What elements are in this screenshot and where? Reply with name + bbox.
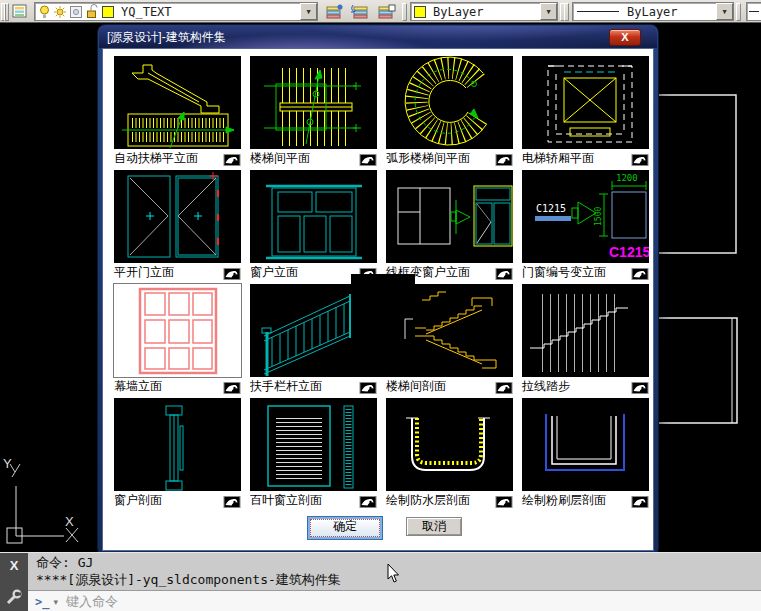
- wireframe-to-window-drawing: [385, 169, 514, 264]
- swing-door-elevation-drawing: [113, 169, 242, 264]
- close-icon[interactable]: X: [609, 29, 641, 46]
- tile-label: 窗户立面: [250, 264, 298, 281]
- dialog-title: [源泉设计]-建筑构件集: [107, 29, 226, 46]
- escalator-elevation-drawing: [113, 55, 242, 150]
- tile-window-section[interactable]: 窗户剖面: [113, 397, 242, 508]
- louver-window-section-drawing: [249, 397, 378, 492]
- tile-window-elevation[interactable]: 窗户立面: [249, 169, 378, 280]
- customize-wrench-icon[interactable]: [5, 589, 23, 607]
- window-code-badge: C1215: [609, 244, 649, 260]
- cancel-button-label: 取消: [422, 519, 446, 533]
- ucs-x-label: X: [65, 514, 74, 529]
- layer-previous-icon: [350, 3, 370, 20]
- color-combo-dropdown-icon[interactable]: ▼: [540, 3, 557, 20]
- command-close-icon[interactable]: X: [0, 558, 28, 573]
- tile-stair-plan[interactable]: 楼梯间平面: [249, 55, 378, 166]
- layer-on-bulb-icon[interactable]: [38, 5, 51, 19]
- linetype-sample-icon: [577, 11, 619, 12]
- tile-label: 门窗编号变立面: [522, 264, 606, 281]
- window-elevation-drawing: [249, 169, 378, 264]
- focus-ring: [310, 519, 380, 537]
- ucs-icon: Y X: [2, 450, 94, 548]
- toolbar-grip[interactable]: [736, 3, 741, 21]
- layer-previous-button[interactable]: [348, 1, 372, 21]
- tile-waterproof-layer-section[interactable]: 绘制防水层剖面: [385, 397, 514, 508]
- window-section-drawing: [113, 397, 242, 492]
- layer-thaw-sun-icon[interactable]: [53, 5, 67, 19]
- layer-states-button[interactable]: [374, 1, 398, 21]
- layers-toolbar: YQ_TEXT ▼: [0, 0, 761, 23]
- tile-elevator-car-plan[interactable]: 电梯轿厢平面: [521, 55, 650, 166]
- ucs-y-label: Y: [3, 456, 12, 471]
- tile-louver-window-section[interactable]: 百叶窗立剖面: [249, 397, 378, 508]
- tile-wireframe-to-window-elevation[interactable]: 线框变窗户立面: [385, 169, 514, 280]
- ok-button[interactable]: 确定: [308, 517, 382, 539]
- tile-escalator-elevation[interactable]: 自动扶梯平立面: [113, 55, 242, 166]
- tile-plaster-layer-section[interactable]: 绘制粉刷层剖面: [521, 397, 650, 508]
- layer-properties-button[interactable]: [9, 1, 31, 21]
- tile-label: 平开门立面: [114, 264, 174, 281]
- recent-commands-caret-icon[interactable]: ▾: [53, 597, 58, 607]
- layer-combo[interactable]: YQ_TEXT ▼: [34, 2, 318, 21]
- command-input-row[interactable]: >_ ▾ 键入命令: [28, 590, 761, 611]
- layer-vp-freeze-icon[interactable]: [69, 5, 83, 19]
- linetype-combo-value: ByLayer: [623, 5, 716, 19]
- dim-width-text: 1200: [616, 173, 638, 183]
- command-window-sidebar: X: [0, 553, 28, 611]
- command-window: X 命令: GJ ****[源泉设计]-yq_sldcomponents-建筑构…: [0, 552, 761, 611]
- layer-color-chip: [102, 6, 114, 18]
- dim-height-text: 1500: [594, 207, 603, 226]
- layer-combo-value: YQ_TEXT: [117, 5, 300, 19]
- slide-preview-icon: [631, 266, 649, 278]
- tile-label: 自动扶梯平立面: [114, 150, 198, 167]
- tile-label: 扶手栏杆立面: [250, 378, 322, 395]
- tile-curtain-wall-elevation[interactable]: 幕墙立面: [113, 283, 242, 394]
- tile-label: 百叶窗立剖面: [250, 492, 322, 509]
- slide-preview-icon: [223, 152, 241, 164]
- dialog-titlebar[interactable]: [源泉设计]-建筑构件集 X: [99, 26, 657, 48]
- curtain-wall-drawing: [113, 283, 242, 378]
- slide-preview-icon: [223, 266, 241, 278]
- lineweight-combo-partial[interactable]: [746, 2, 761, 21]
- tile-label: 绘制粉刷层剖面: [522, 492, 606, 509]
- drawing-remnant-bracket: [404, 318, 416, 340]
- linetype-combo[interactable]: ByLayer ▼: [572, 2, 734, 21]
- elevator-car-plan-drawing: [521, 55, 650, 150]
- mouse-cursor: [387, 564, 401, 584]
- tile-label: 拉线踏步: [522, 378, 570, 395]
- tile-label: 楼梯间剖面: [386, 378, 446, 395]
- pull-line-steps-drawing: [521, 283, 650, 378]
- curved-stair-plan-drawing: [385, 55, 514, 150]
- tile-label: 弧形楼梯间平面: [386, 150, 470, 167]
- slide-preview-icon: [495, 494, 513, 506]
- make-layer-current-icon: [324, 3, 344, 20]
- tile-label: 窗户剖面: [114, 492, 162, 509]
- slide-preview-icon: [223, 494, 241, 506]
- toolbar-grip[interactable]: [402, 3, 407, 21]
- layer-properties-icon: [11, 3, 29, 19]
- window-code-text: C1215: [536, 203, 566, 214]
- tile-pull-line-steps[interactable]: 拉线踏步: [521, 283, 650, 394]
- layer-combo-dropdown-icon[interactable]: ▼: [300, 3, 317, 20]
- slide-preview-icon: [631, 380, 649, 392]
- stair-plan-drawing: [249, 55, 378, 150]
- tile-door-window-numbering-elevation[interactable]: 1200 1500 C1215 C1215 门窗编号变立面: [521, 169, 650, 280]
- make-object-layer-current-button[interactable]: [322, 1, 346, 21]
- layer-unlock-icon[interactable]: [85, 4, 99, 19]
- tile-label: 楼梯间平面: [250, 150, 310, 167]
- tile-label: 绘制防水层剖面: [386, 492, 470, 509]
- command-prompt-icon: >_: [35, 595, 49, 609]
- plaster-layer-drawing: [521, 397, 650, 492]
- waterproof-layer-drawing: [385, 397, 514, 492]
- tile-curved-stair-plan[interactable]: 弧形楼梯间平面: [385, 55, 514, 166]
- tile-swing-door-elevation[interactable]: 平开门立面: [113, 169, 242, 280]
- slide-preview-icon: [495, 380, 513, 392]
- cancel-button[interactable]: 取消: [406, 517, 462, 536]
- current-color-chip: [414, 6, 426, 18]
- color-combo-value: ByLayer: [429, 5, 540, 19]
- linetype-combo-dropdown-icon[interactable]: ▼: [716, 3, 733, 20]
- toolbar-grip[interactable]: [564, 3, 569, 21]
- color-combo[interactable]: ByLayer ▼: [410, 2, 558, 21]
- tile-label: 电梯轿厢平面: [522, 150, 594, 167]
- slide-preview-icon: [359, 152, 377, 164]
